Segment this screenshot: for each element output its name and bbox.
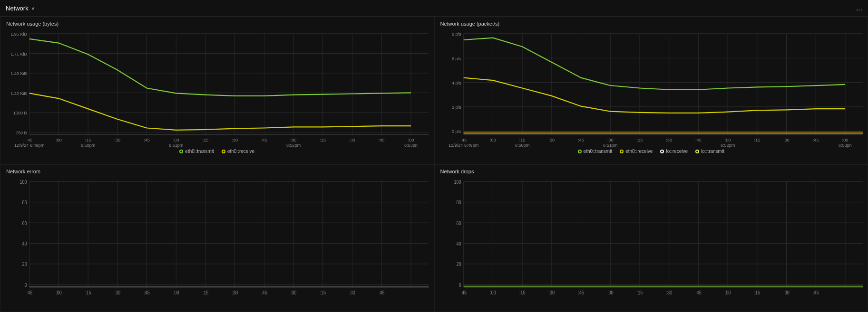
svg-text::45: :45 bbox=[26, 290, 32, 295]
legend-item-eth0-transmit-p: eth0::transmit bbox=[578, 149, 613, 154]
svg-text::15: :15 bbox=[203, 137, 209, 142]
svg-text::15: :15 bbox=[85, 137, 91, 142]
svg-text:6:51pm: 6:51pm bbox=[169, 142, 183, 147]
legend-packets: eth0::transmit eth0::receive lo::receive… bbox=[435, 148, 868, 155]
legend-item-eth0-transmit: eth0::transmit bbox=[179, 149, 214, 154]
chart-title-packets: Network usage (packet/s) bbox=[435, 21, 868, 28]
chart-title-bytes: Network usage (bytes) bbox=[0, 21, 434, 28]
svg-text:6:50pm: 6:50pm bbox=[515, 142, 529, 147]
svg-text::00: :00 bbox=[490, 137, 496, 142]
svg-text::45: :45 bbox=[144, 137, 150, 142]
svg-text:1.22 KiB: 1.22 KiB bbox=[10, 90, 27, 95]
legend-label-eth0-transmit: eth0::transmit bbox=[185, 149, 214, 154]
legend-item-eth0-receive: eth0::receive bbox=[222, 149, 254, 154]
svg-text:100: 100 bbox=[20, 179, 27, 185]
svg-text::00: :00 bbox=[607, 290, 613, 295]
more-options-icon[interactable]: ... bbox=[856, 4, 862, 12]
chart-svg-packets: 8 p/s 6 p/s 4 p/s 2 p/s 0 p/s :45 :00 :1… bbox=[435, 28, 868, 148]
svg-text:6:51pm: 6:51pm bbox=[603, 142, 617, 147]
svg-text::00: :00 bbox=[56, 137, 62, 142]
svg-text:4 p/s: 4 p/s bbox=[451, 80, 461, 85]
legend-dot-lightyellow bbox=[695, 150, 699, 153]
svg-text::45: :45 bbox=[379, 137, 385, 142]
svg-text::30: :30 bbox=[783, 137, 790, 142]
svg-text::00: :00 bbox=[724, 290, 731, 295]
svg-text:1.95 KiB: 1.95 KiB bbox=[10, 31, 27, 37]
svg-text::45: :45 bbox=[812, 290, 819, 295]
svg-text::00: :00 bbox=[173, 137, 179, 142]
chart-network-usage-packets: Network usage (packet/s) bbox=[434, 17, 868, 164]
svg-text:6:53pn: 6:53pn bbox=[839, 142, 852, 147]
svg-text::45: :45 bbox=[460, 137, 467, 142]
page-title: Network bbox=[6, 5, 29, 12]
svg-text:20: 20 bbox=[22, 262, 28, 267]
svg-text::15: :15 bbox=[320, 137, 326, 142]
chart-network-usage-bytes: Network usage (bytes) bbox=[0, 17, 434, 164]
svg-text::00: :00 bbox=[291, 290, 297, 295]
svg-text::15: :15 bbox=[636, 137, 643, 142]
svg-text:12/9/24 6:49pm: 12/9/24 6:49pm bbox=[14, 142, 44, 147]
svg-text:12/9/24 6:49pm: 12/9/24 6:49pm bbox=[449, 142, 478, 147]
legend-label-eth0-receive-p: eth0::receive bbox=[625, 149, 653, 154]
svg-text:80: 80 bbox=[22, 200, 28, 206]
header-left: Network ∧ bbox=[6, 5, 35, 12]
legend-item-lo-receive: lo::receive bbox=[660, 149, 688, 154]
svg-text:6 p/s: 6 p/s bbox=[451, 56, 461, 61]
svg-text::00: :00 bbox=[56, 290, 62, 295]
svg-text:80: 80 bbox=[456, 200, 461, 206]
svg-text::15: :15 bbox=[754, 137, 760, 142]
svg-text:1.46 KiB: 1.46 KiB bbox=[10, 71, 27, 76]
svg-text::45: :45 bbox=[261, 137, 267, 142]
svg-text::30: :30 bbox=[548, 290, 555, 295]
svg-text:8 p/s: 8 p/s bbox=[451, 31, 461, 37]
svg-text:0: 0 bbox=[458, 282, 461, 288]
svg-text::30: :30 bbox=[232, 290, 238, 295]
legend-label-eth0-receive: eth0::receive bbox=[227, 149, 254, 154]
legend-item-eth0-receive-p: eth0::receive bbox=[620, 149, 653, 154]
chart-network-drops: Network drops bbox=[434, 164, 868, 312]
svg-text::15: :15 bbox=[519, 137, 525, 142]
header: Network ∧ ... bbox=[0, 0, 868, 17]
svg-text::45: :45 bbox=[578, 290, 584, 295]
svg-text::15: :15 bbox=[85, 290, 91, 295]
chart-area-bytes: 1.95 KiB 1.71 KiB 1.46 KiB 1.22 KiB 1000… bbox=[0, 28, 434, 148]
svg-text::30: :30 bbox=[666, 290, 672, 295]
svg-text::00: :00 bbox=[842, 137, 848, 142]
chart-area-packets: 8 p/s 6 p/s 4 p/s 2 p/s 0 p/s :45 :00 :1… bbox=[435, 28, 868, 148]
svg-text:0 p/s: 0 p/s bbox=[451, 129, 461, 134]
legend-bytes: eth0::transmit eth0::receive bbox=[0, 148, 434, 155]
svg-text::30: :30 bbox=[349, 137, 355, 142]
svg-text::45: :45 bbox=[812, 137, 819, 142]
svg-text:40: 40 bbox=[456, 241, 461, 247]
svg-text:6:52pm: 6:52pm bbox=[286, 142, 301, 147]
svg-text::30: :30 bbox=[115, 290, 121, 295]
svg-text:6:53pn: 6:53pn bbox=[404, 142, 418, 147]
svg-text::30: :30 bbox=[349, 290, 355, 295]
svg-text:60: 60 bbox=[456, 220, 461, 226]
chart-svg-bytes: 1.95 KiB 1.71 KiB 1.46 KiB 1.22 KiB 1000… bbox=[0, 28, 434, 148]
svg-text:750 B: 750 B bbox=[16, 130, 27, 135]
svg-text:20: 20 bbox=[456, 262, 461, 267]
chevron-up-icon[interactable]: ∧ bbox=[31, 6, 35, 11]
svg-text:6:50pm: 6:50pm bbox=[81, 142, 95, 147]
svg-text::00: :00 bbox=[607, 137, 613, 142]
svg-text::45: :45 bbox=[144, 290, 150, 295]
svg-text::00: :00 bbox=[490, 290, 496, 295]
legend-label-lo-transmit: lo::transmit bbox=[701, 149, 724, 154]
legend-item-lo-transmit: lo::transmit bbox=[695, 149, 724, 154]
svg-text::00: :00 bbox=[291, 137, 297, 142]
svg-text::30: :30 bbox=[666, 137, 672, 142]
chart-area-drops: 100 80 60 40 20 0 :45 :00 :15 :30 :45 :0… bbox=[435, 176, 868, 295]
svg-text:100: 100 bbox=[454, 179, 461, 185]
svg-text::15: :15 bbox=[320, 290, 326, 295]
chart-title-errors: Network errors bbox=[0, 169, 434, 176]
chart-network-errors: Network errors bbox=[0, 164, 434, 312]
svg-text::00: :00 bbox=[724, 137, 731, 142]
legend-dot-green bbox=[179, 150, 183, 153]
svg-text:1000 B: 1000 B bbox=[13, 110, 27, 115]
svg-text::30: :30 bbox=[232, 137, 238, 142]
svg-text::30: :30 bbox=[783, 290, 790, 295]
svg-text:6:52pm: 6:52pm bbox=[720, 142, 734, 147]
legend-dot-white bbox=[660, 150, 664, 153]
legend-dot-green-p bbox=[578, 150, 582, 153]
